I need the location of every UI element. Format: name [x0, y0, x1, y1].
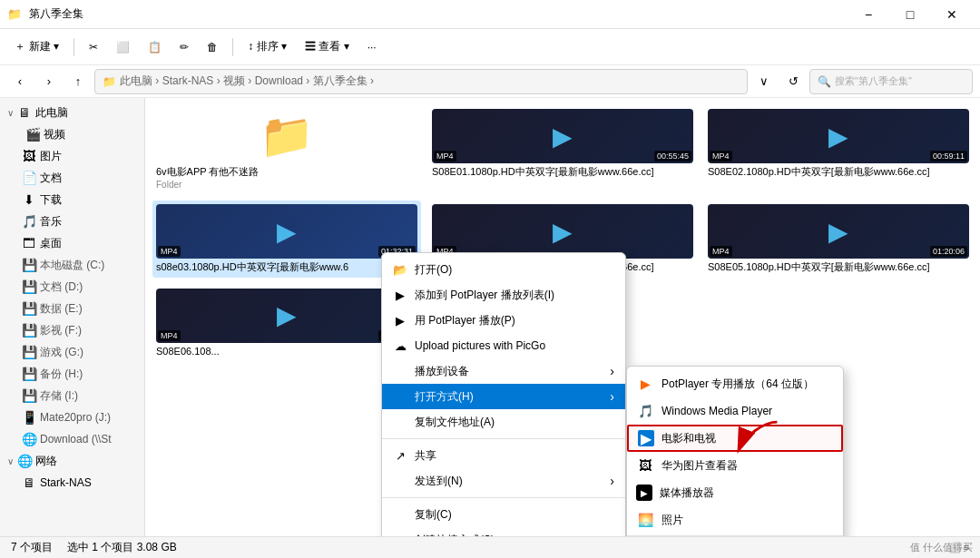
cut-button[interactable]: ✂: [82, 34, 105, 61]
ctx-send-to[interactable]: 发送到(N): [382, 468, 625, 494]
list-item[interactable]: ▶ MP4 00:59:11 S08E02.1080p.HD中英双字[最新电影w…: [704, 105, 973, 193]
file-thumbnail: ▶ MP4 01:20:06: [708, 204, 969, 259]
sidebar-label-stark: Stark-NAS: [40, 476, 92, 489]
music-icon: 🎵: [22, 214, 36, 229]
sidebar-item-music[interactable]: 🎵 音乐: [0, 210, 144, 232]
ctx-picgo-label: Upload pictures with PicGo: [415, 339, 545, 352]
list-item[interactable]: ▶ MP4 01:20:06 S08E05.1080p.HD中英双字[最新电影w…: [704, 201, 973, 277]
ctx-separator2: [382, 497, 625, 498]
open-icon: 📂: [393, 262, 407, 277]
picture-icon: 🖼: [22, 149, 36, 163]
up-button[interactable]: ↑: [65, 69, 91, 94]
sub-media-player[interactable]: ▶ 媒体播放器: [627, 479, 843, 506]
forward-button[interactable]: ›: [36, 69, 62, 94]
sidebar-label-doc: 文档: [40, 171, 62, 186]
new-button[interactable]: ＋ 新建 ▾: [7, 34, 66, 61]
play-icon: ▶: [553, 122, 573, 152]
minimize-button[interactable]: −: [848, 0, 889, 29]
ctx-play-potplayer[interactable]: ▶ 用 PotPlayer 播放(P): [382, 308, 625, 333]
sort-button[interactable]: ↕ 排序 ▾: [240, 34, 294, 61]
more-button[interactable]: ···: [360, 34, 384, 61]
sub-photos-icon: 🌅: [636, 511, 654, 529]
sidebar-item-g[interactable]: 💾 游戏 (G:): [0, 341, 144, 363]
search-box[interactable]: 🔍 搜索"第八季全集": [809, 69, 973, 94]
refresh-button[interactable]: ↺: [780, 69, 806, 94]
sidebar-label-video: 视频: [44, 127, 65, 142]
sidebar-item-d[interactable]: 💾 文档 (D:): [0, 276, 144, 298]
network-icon: 🌐: [17, 454, 32, 468]
sidebar-item-stark[interactable]: 🖥 Stark-NAS: [0, 472, 144, 494]
sidebar-item-h[interactable]: 💾 备份 (H:): [0, 363, 144, 385]
dropdown-button[interactable]: ∨: [751, 69, 777, 94]
sidebar-item-picture[interactable]: 🖼 图片: [0, 145, 144, 167]
disk-f-icon: 💾: [22, 323, 36, 338]
play-to-icon: [393, 364, 407, 378]
ctx-picgo[interactable]: ☁ Upload pictures with PicGo: [382, 333, 625, 358]
delete-button[interactable]: 🗑: [200, 34, 225, 61]
duration-badge: 00:55:45: [654, 151, 691, 162]
sub-potplayer[interactable]: ▶ PotPlayer 专用播放（64 位版）: [627, 370, 843, 397]
play-icon2: ▶: [828, 122, 848, 152]
potplayer-add-icon: ▶: [393, 288, 407, 302]
sub-separator: [627, 535, 843, 536]
view-button[interactable]: ☰ 查看 ▾: [298, 34, 357, 61]
ctx-play-to[interactable]: 播放到设备: [382, 358, 625, 384]
sidebar-label-picture: 图片: [40, 149, 62, 164]
ctx-copy-path[interactable]: 复制文件地址(A): [382, 409, 625, 435]
list-item[interactable]: 📁 6v电影APP 有他不迷路 Folder: [152, 105, 421, 193]
sidebar-item-download[interactable]: ⬇ 下载: [0, 189, 144, 210]
sidebar-item-e[interactable]: 💾 数据 (E:): [0, 298, 144, 319]
close-button[interactable]: ✕: [931, 0, 973, 29]
ctx-add-potplayer[interactable]: ▶ 添加到 PotPlayer 播放列表(I): [382, 282, 625, 308]
sidebar-item-net-dl[interactable]: 🌐 Download (\\St: [0, 428, 144, 450]
sidebar-label-network: 网络: [35, 454, 57, 469]
sidebar-item-i[interactable]: 💾 存储 (I:): [0, 385, 144, 406]
ctx-open[interactable]: 📂 打开(O): [382, 257, 625, 282]
file-name2: S08E02.1080p.HD中英双字[最新电影www.66e.cc]: [708, 165, 930, 178]
ctx-open-with[interactable]: 打开方式(H): [382, 384, 625, 409]
sidebar-item-pc[interactable]: ∨ 🖥 此电脑: [0, 102, 144, 123]
nas-icon: 🖥: [22, 475, 36, 490]
sidebar-item-c[interactable]: 💾 本地磁盘 (C:): [0, 254, 144, 276]
disk-c-icon: 💾: [22, 258, 36, 272]
window-title: 第八季全集: [22, 6, 848, 22]
sidebar-item-desktop[interactable]: 🗔 桌面: [0, 232, 144, 254]
sub-potplayer-label: PotPlayer 专用播放（64 位版）: [662, 377, 814, 392]
send-to-icon: [393, 474, 407, 488]
sidebar-item-video[interactable]: 🎬 视频: [0, 123, 144, 145]
sub-huawei-label: 华为图片查看器: [662, 458, 738, 474]
mp4-badge5: MP4: [710, 246, 732, 257]
sidebar-item-network[interactable]: ∨ 🌐 网络: [0, 450, 144, 472]
back-button[interactable]: ‹: [7, 69, 33, 94]
maximize-button[interactable]: □: [889, 0, 931, 29]
sidebar-label-pc: 此电脑: [35, 105, 68, 121]
list-item[interactable]: ▶ MP4 00:55:45 S08E01.1080p.HD中英双字[最新电影w…: [428, 105, 697, 193]
paste-button[interactable]: 📋: [141, 34, 169, 61]
ctx-share[interactable]: ↗ 共享: [382, 443, 625, 468]
play-icon5: ▶: [828, 217, 848, 247]
delete-icon: 🗑: [207, 41, 218, 54]
doc-icon: 📄: [22, 171, 36, 185]
paste-icon: 📋: [148, 41, 162, 54]
mp4-badge6: MP4: [158, 330, 181, 341]
ctx-shortcut[interactable]: 创建快捷方式(S): [382, 527, 625, 536]
sidebar-item-document[interactable]: 📄 文档: [0, 167, 144, 189]
address-path[interactable]: 📁 此电脑 › Stark-NAS › 视频 › Download › 第八季全…: [94, 69, 748, 94]
toolbar-separator: [74, 38, 74, 56]
sub-photos[interactable]: 🌅 照片: [627, 506, 843, 534]
toolbar: ＋ 新建 ▾ ✂ ⬜ 📋 ✏ 🗑 ↕ 排序 ▾ ☰ 查看 ▾ ···: [0, 29, 980, 65]
copy-button[interactable]: ⬜: [109, 34, 137, 61]
ctx-copy-label: 复制(C): [415, 507, 452, 523]
file-thumbnail: ▶ MP4 01:32:31: [156, 204, 417, 259]
ctx-copy[interactable]: 复制(C): [382, 502, 625, 527]
search-icon: 🔍: [818, 75, 831, 88]
item-count: 7 个项目: [11, 540, 53, 555]
disk-h-icon: 💾: [22, 367, 36, 381]
sidebar-item-f[interactable]: 💾 影视 (F:): [0, 319, 144, 341]
copy-icon: ⬜: [116, 41, 130, 54]
phone-icon: 📱: [22, 410, 36, 425]
sidebar-label-d: 文档 (D:): [40, 279, 83, 295]
sidebar-item-j[interactable]: 📱 Mate20pro (J:): [0, 406, 144, 428]
rename-icon: ✏: [180, 41, 189, 54]
rename-button[interactable]: ✏: [172, 34, 196, 61]
